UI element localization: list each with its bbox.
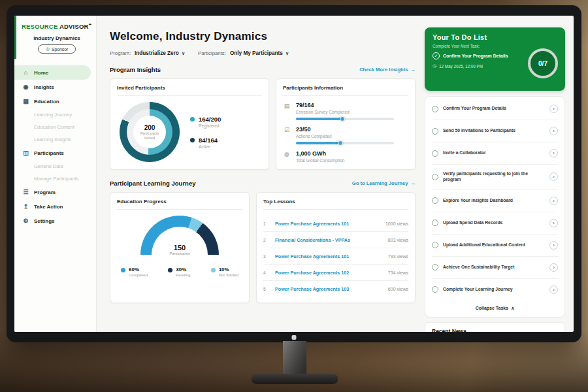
program-icon: ☰ (22, 189, 29, 195)
sidebar-item-participants[interactable]: ◫ Participants (14, 146, 96, 160)
lesson-rank: 2 (263, 238, 270, 242)
todo-task-row[interactable]: Achieve One Sustainability Target › (432, 257, 558, 279)
chevron-right-icon: › (553, 174, 555, 180)
sidebar-item-settings[interactable]: ⚙ Settings (14, 214, 96, 228)
learning-journey-cards: Education Progress 150 Participants (110, 192, 416, 303)
legend-label: Registered (199, 123, 221, 128)
donut-legend: 164/200 Registered 84/164 Active (190, 116, 221, 149)
task-checkbox[interactable] (432, 286, 438, 293)
task-chevron-button[interactable]: › (549, 241, 558, 250)
donut-center-value: 200 (144, 124, 155, 131)
task-chevron-button[interactable]: › (549, 263, 558, 272)
legend-item-active: 84/164 Active (190, 137, 221, 149)
check-icon: ✓ (433, 52, 440, 59)
legend-dot-not-started (211, 268, 216, 272)
take-action-icon: ↥ (22, 203, 29, 210)
task-checkbox[interactable] (432, 174, 438, 180)
card-title: Participants Information (283, 85, 408, 96)
scene: RESOURCE ADVISOR+ Industry Dynamics ◎ Sp… (0, 0, 588, 392)
app-logo: RESOURCE ADVISOR+ (22, 22, 92, 30)
background-shade-bottom (0, 330, 588, 392)
task-checkbox[interactable] (432, 150, 438, 157)
lesson-rank: 3 (263, 254, 270, 259)
sidebar-item-take-action[interactable]: ↥ Take Action (14, 199, 96, 214)
education-progress-gauge-chart: 150 Participants (140, 216, 219, 255)
sidebar-item-label: Home (34, 70, 48, 76)
chevron-right-icon: › (553, 198, 555, 204)
participants-filter-select[interactable]: Only My Participants∨ (230, 50, 289, 56)
sidebar-item-program[interactable]: ☰ Program (14, 185, 96, 199)
legend-item-not-started: 10% Not Started (211, 267, 238, 277)
task-checkbox[interactable] (432, 220, 438, 226)
sidebar-item-insights[interactable]: ◉ Insights (14, 80, 96, 94)
info-row-emission-survey: ▤ 79/164 Emission Survey Completed (283, 102, 408, 120)
todo-task-row[interactable]: Invite a Collaborator › (432, 142, 558, 165)
task-chevron-button[interactable]: › (549, 219, 558, 227)
todo-task-row[interactable]: Upload Spend Data Records › (432, 212, 558, 235)
task-checkbox[interactable] (432, 264, 438, 270)
go-to-learning-journey-link[interactable]: Go to Learning Journey→ (352, 180, 416, 186)
check-more-insights-link[interactable]: Check More Insights→ (359, 67, 416, 73)
sidebar-item-label: Education (34, 99, 59, 105)
sidebar-item-label: Insights (34, 84, 54, 90)
chevron-down-icon: ∨ (182, 51, 185, 56)
task-checkbox[interactable] (432, 197, 438, 204)
todo-task-row[interactable]: Confirm Your Program Details › (432, 98, 558, 120)
sidebar-item-education[interactable]: ▤ Education (14, 94, 96, 108)
lesson-title-link[interactable]: Power Purchase Agreements 101 (275, 253, 383, 259)
sidebar-item-education-content[interactable]: Education Content (14, 121, 96, 133)
lesson-row: 3 Power Purchase Agreements 101 793 view… (263, 248, 408, 265)
gauge-center-value: 150 (140, 244, 219, 252)
task-checkbox[interactable] (432, 106, 438, 112)
section-title-learning-journey: Participant Learning Journey (110, 180, 195, 187)
lesson-title-link[interactable]: Power Purchase Agreements 101 (275, 221, 380, 227)
collapse-tasks-button[interactable]: Collapse Tasks∧ (432, 301, 558, 316)
lesson-views: 1000 views (385, 221, 408, 226)
task-checkbox[interactable] (432, 128, 438, 135)
sidebar-item-general-data[interactable]: General Data (14, 160, 96, 172)
todo-task-row[interactable]: Explore Your Insights Dashboard › (432, 190, 558, 212)
legend-dot-pending (168, 268, 172, 272)
sponsor-badge[interactable]: ◎ Sponsor (38, 44, 76, 54)
progress-bar-fill (296, 118, 343, 120)
filter-bar: Program: Industrialize Zero∨ Participant… (110, 50, 416, 56)
lesson-title-link[interactable]: Power Purchase Agreements 103 (275, 286, 383, 292)
task-chevron-button[interactable]: › (549, 197, 558, 205)
todo-task-row[interactable]: Upload Additional Educational Content › (432, 235, 558, 257)
next-task-due: 12 May 2025, 12:00 PM (439, 64, 483, 69)
sidebar-item-learning-journey[interactable]: Learning Journey (14, 108, 96, 121)
lesson-title-link[interactable]: Financial Considerations - VPPAs (275, 237, 383, 243)
lesson-title-link[interactable]: Power Purchase Agreements 102 (275, 270, 383, 276)
todo-task-row[interactable]: Complete Your Learning Journey › (432, 279, 558, 301)
todo-task-row[interactable]: Verify participants requesting to join t… (432, 165, 558, 190)
task-chevron-button[interactable]: › (549, 127, 558, 135)
task-chevron-button[interactable]: › (549, 172, 558, 181)
sidebar-item-learning-insights[interactable]: Learning Insights (14, 133, 96, 146)
brand-primary: RESOURCE (22, 23, 57, 30)
sidebar-item-home[interactable]: ⌂ Home (14, 65, 91, 80)
task-chevron-button[interactable]: › (549, 105, 558, 113)
task-chevron-button[interactable]: › (549, 149, 558, 157)
legend-value: 10% (219, 267, 238, 272)
card-title: Invited Participants (117, 85, 262, 96)
todo-title: Your To Do List (433, 33, 557, 41)
task-checkbox[interactable] (432, 242, 438, 248)
sidebar-item-label: Take Action (34, 204, 63, 210)
task-chevron-button[interactable]: › (549, 286, 558, 294)
chevron-right-icon: › (553, 128, 555, 134)
legend-item-registered: 164/200 Registered (190, 116, 221, 128)
info-value: 1,000 GWh (296, 150, 344, 157)
legend-label: Completed (129, 273, 148, 277)
info-label: Emission Survey Completed (296, 110, 394, 114)
sidebar-item-manage-participants[interactable]: Manage Participants (14, 172, 96, 185)
progress-bar-fill (296, 142, 341, 144)
lesson-views: 734 views (388, 270, 408, 275)
lesson-row: 5 Power Purchase Agreements 103 600 view… (263, 281, 408, 297)
page-title: Welcome, Industry Dynamics (110, 30, 416, 43)
program-filter-select[interactable]: Industrialize Zero∨ (135, 50, 185, 56)
todo-task-row[interactable]: Send 50 Invitations to Participants › (432, 120, 558, 142)
chevron-down-icon: ∨ (286, 51, 289, 56)
gauge-center: 150 Participants (140, 244, 219, 255)
task-label: Confirm Your Program Details (443, 106, 545, 112)
next-task-row[interactable]: ✓ Confirm Your Program Details (433, 52, 524, 59)
